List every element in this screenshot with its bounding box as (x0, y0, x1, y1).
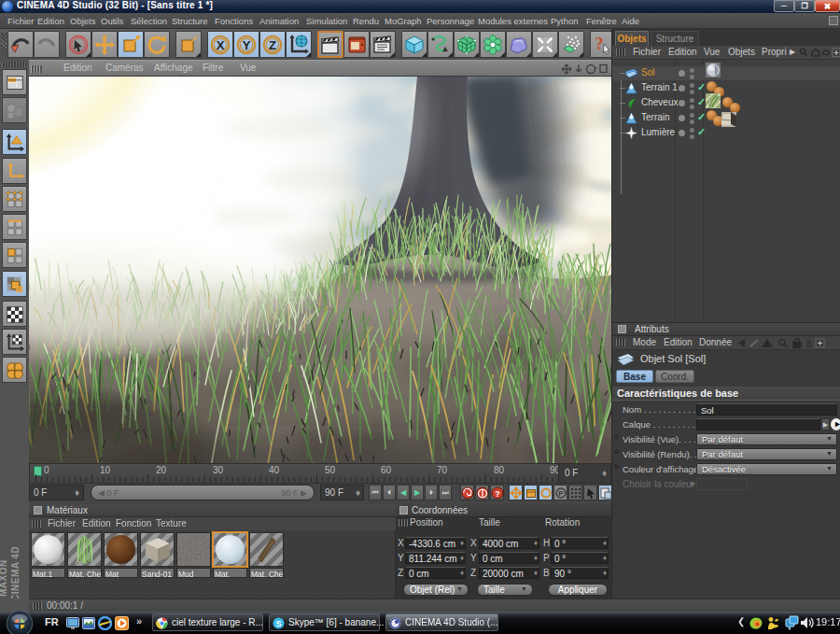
svg-text:8: 8 (806, 339, 812, 349)
svg-text:Z: Z (269, 38, 276, 52)
svg-text:S: S (275, 619, 281, 628)
svg-text:X: X (217, 38, 225, 52)
svg-text:?: ? (495, 489, 500, 499)
svg-text:?: ? (595, 35, 604, 53)
svg-text:P: P (558, 489, 564, 498)
svg-text:Y: Y (243, 38, 251, 52)
